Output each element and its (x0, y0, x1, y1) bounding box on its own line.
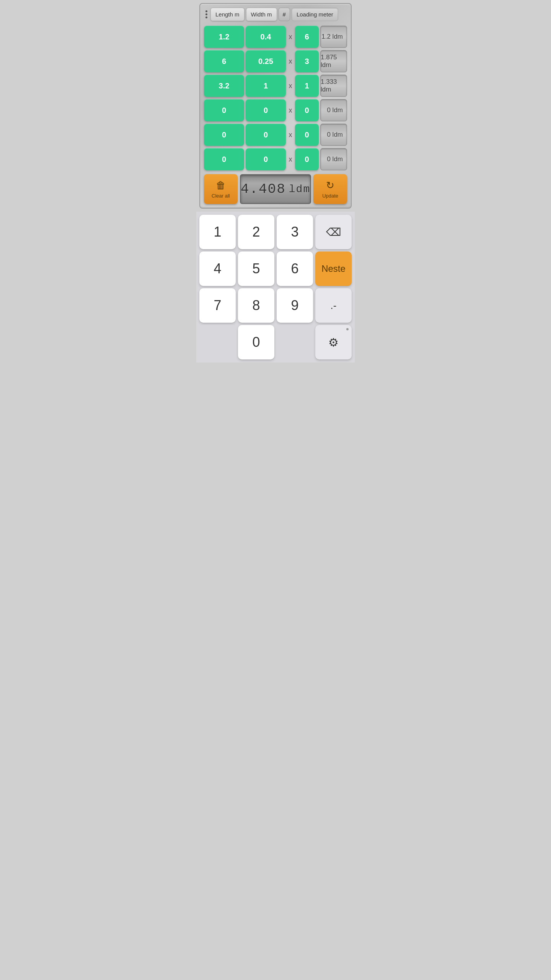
qty-btn-1[interactable]: 3 (295, 50, 319, 72)
gear-icon: ⚙ (328, 336, 339, 349)
num-key-8[interactable]: 8 (238, 288, 274, 323)
update-button[interactable]: ↻ Update (313, 174, 347, 204)
num-key-3[interactable]: 3 (277, 215, 313, 249)
clear-all-button[interactable]: 🗑 Clear all (204, 174, 238, 204)
gear-key[interactable]: ⚙ (315, 325, 352, 359)
num-key-1[interactable]: 1 (199, 215, 236, 249)
empty-key-14 (277, 325, 313, 359)
qty-btn-2[interactable]: 1 (295, 75, 319, 97)
rows-container: 1.2 0.4 x 6 1.2 ldm 6 0.25 x 3 1.875 ldm… (204, 26, 347, 170)
numpad: 123⌫456Neste789.-0⚙ (196, 212, 355, 363)
x-label-3: x (287, 106, 293, 114)
result-display-5: 0 ldm (320, 148, 347, 170)
tab-width[interactable]: Width m (246, 8, 277, 21)
result-display-2: 1.333 ldm (320, 75, 347, 97)
total-display: 4.408 ldm (240, 174, 311, 204)
width-btn-3[interactable]: 0 (246, 99, 286, 121)
total-row: 🗑 Clear all 4.408 ldm ↻ Update (204, 174, 347, 204)
tab-hash[interactable]: # (279, 8, 290, 21)
length-btn-5[interactable]: 0 (204, 148, 244, 170)
tab-length[interactable]: Length m (210, 8, 245, 21)
num-key-5[interactable]: 5 (238, 252, 274, 286)
length-btn-4[interactable]: 0 (204, 124, 244, 146)
menu-dots (204, 9, 209, 20)
neste-key[interactable]: Neste (315, 252, 352, 286)
calculator-panel: Length m Width m # Loading meter 1.2 0.4… (199, 3, 352, 209)
backspace-icon: ⌫ (326, 226, 341, 238)
clear-label: Clear all (212, 193, 230, 199)
trash-icon: 🗑 (216, 180, 226, 191)
calc-row-4: 0 0 x 0 0 ldm (204, 124, 347, 146)
length-btn-1[interactable]: 6 (204, 50, 244, 72)
qty-btn-5[interactable]: 0 (295, 148, 319, 170)
calc-row-0: 1.2 0.4 x 6 1.2 ldm (204, 26, 347, 48)
menu-dot-1 (205, 10, 207, 12)
num-key-2[interactable]: 2 (238, 215, 274, 249)
calc-row-3: 0 0 x 0 0 ldm (204, 99, 347, 121)
decimal-key[interactable]: .- (315, 288, 352, 323)
qty-btn-3[interactable]: 0 (295, 99, 319, 121)
width-btn-1[interactable]: 0.25 (246, 50, 286, 72)
qty-btn-4[interactable]: 0 (295, 124, 319, 146)
width-btn-0[interactable]: 0.4 (246, 26, 286, 48)
qty-btn-0[interactable]: 6 (295, 26, 319, 48)
x-label-1: x (287, 57, 293, 65)
result-display-4: 0 ldm (320, 124, 347, 146)
num-key-4[interactable]: 4 (199, 252, 236, 286)
x-label-4: x (287, 131, 293, 139)
width-btn-2[interactable]: 1 (246, 75, 286, 97)
menu-dot-2 (205, 13, 207, 15)
calc-row-2: 3.2 1 x 1 1.333 ldm (204, 75, 347, 97)
x-label-5: x (287, 155, 293, 163)
length-btn-0[interactable]: 1.2 (204, 26, 244, 48)
width-btn-5[interactable]: 0 (246, 148, 286, 170)
length-btn-2[interactable]: 3.2 (204, 75, 244, 97)
backspace-key[interactable]: ⌫ (315, 215, 352, 249)
tab-loading-meter[interactable]: Loading meter (292, 8, 338, 21)
total-unit: ldm (289, 183, 310, 195)
result-display-0: 1.2 ldm (320, 26, 347, 48)
result-display-3: 0 ldm (320, 99, 347, 121)
num-key-9[interactable]: 9 (277, 288, 313, 323)
refresh-icon: ↻ (326, 180, 334, 191)
total-value: 4.408 (241, 181, 286, 197)
width-btn-4[interactable]: 0 (246, 124, 286, 146)
empty-key-12 (199, 325, 236, 359)
result-display-1: 1.875 ldm (320, 50, 347, 72)
x-label-0: x (287, 33, 293, 41)
menu-dot-3 (205, 16, 207, 18)
calc-row-1: 6 0.25 x 3 1.875 ldm (204, 50, 347, 72)
num-key-7[interactable]: 7 (199, 288, 236, 323)
calc-row-5: 0 0 x 0 0 ldm (204, 148, 347, 170)
update-label: Update (322, 193, 338, 199)
num-key-0[interactable]: 0 (238, 325, 274, 359)
num-key-6[interactable]: 6 (277, 252, 313, 286)
length-btn-3[interactable]: 0 (204, 99, 244, 121)
header-tabs: Length m Width m # Loading meter (204, 8, 347, 21)
x-label-2: x (287, 82, 293, 90)
